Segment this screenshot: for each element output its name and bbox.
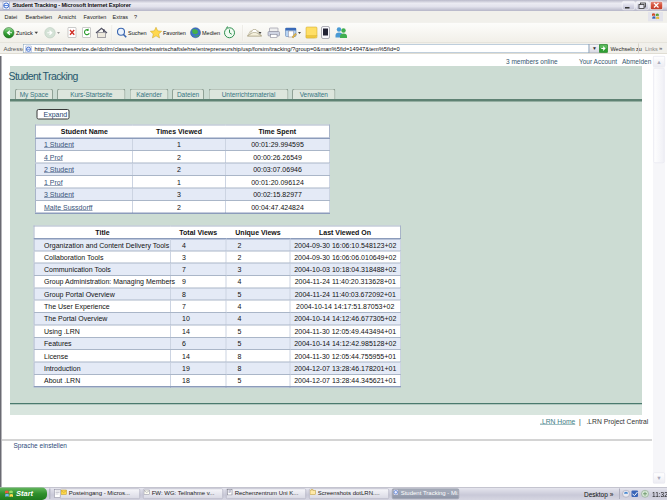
svg-text:Medien: Medien [202, 30, 220, 36]
svg-text:Favoriten: Favoriten [163, 30, 186, 36]
svg-text:Suchen: Suchen [128, 30, 147, 36]
svg-text:Zurück: Zurück [16, 30, 33, 36]
